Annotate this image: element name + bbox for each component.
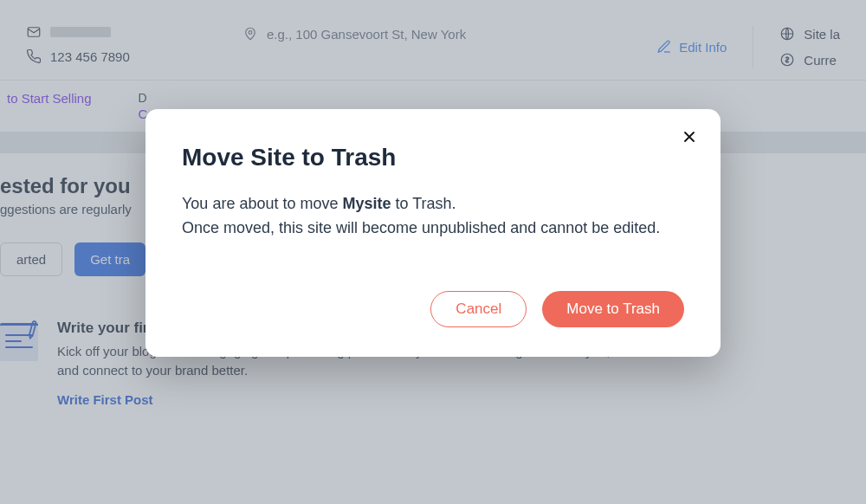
modal-close-button[interactable] xyxy=(677,125,701,149)
modal-site-name: Mysite xyxy=(342,195,391,212)
modal-body-prefix: You are about to move xyxy=(182,195,342,212)
modal-actions: Cancel Move to Trash xyxy=(182,291,684,327)
modal-title: Move Site to Trash xyxy=(182,144,684,171)
modal-body-mid: to Trash. xyxy=(391,195,456,212)
move-to-trash-modal: Move Site to Trash You are about to move… xyxy=(145,109,721,357)
close-icon xyxy=(681,128,698,145)
cancel-button[interactable]: Cancel xyxy=(430,291,527,327)
modal-body: You are about to move Mysite to Trash. O… xyxy=(182,192,684,241)
modal-overlay[interactable]: Move Site to Trash You are about to move… xyxy=(0,0,866,504)
modal-body-rest: Once moved, this site will become unpubl… xyxy=(182,219,660,236)
move-to-trash-button[interactable]: Move to Trash xyxy=(542,291,684,327)
